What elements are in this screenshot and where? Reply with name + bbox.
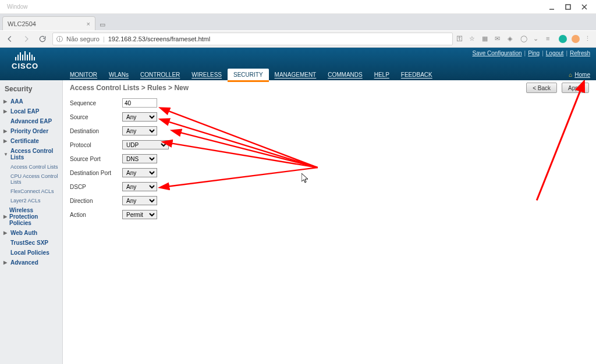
grid-icon[interactable]: ▦: [482, 35, 490, 43]
mail-icon[interactable]: ✉: [495, 35, 503, 43]
nav-reload-button[interactable]: [36, 33, 49, 45]
sidebar-item-label: Local EAP: [10, 108, 39, 115]
home-link[interactable]: ⌂ Home: [569, 72, 590, 78]
sidebar-item[interactable]: TrustSec SXP: [2, 238, 60, 248]
logout-link[interactable]: Logout: [546, 50, 564, 56]
destination-select[interactable]: Any: [122, 126, 157, 135]
nav-item-commands[interactable]: COMMANDS: [322, 69, 368, 80]
sidebar-item[interactable]: ▶AAA: [2, 97, 60, 106]
tag-icon[interactable]: ◈: [508, 35, 516, 43]
key-icon[interactable]: ⚿: [456, 35, 464, 43]
tab-title: WLC2504: [8, 20, 36, 27]
url-text: 192.168.2.53/screens/frameset.html: [108, 35, 210, 42]
destination-port-label: Destination Port: [70, 170, 122, 176]
kebab-menu-icon[interactable]: ⋮: [584, 35, 593, 43]
nav-item-security[interactable]: SECURITY: [228, 69, 269, 80]
ping-link[interactable]: Ping: [528, 50, 540, 56]
pocket-icon[interactable]: ⌄: [533, 35, 541, 43]
direction-label: Direction: [70, 198, 122, 204]
info-icon: ⓘ: [56, 35, 63, 44]
sidebar: Security ▶AAA▶Local EAPAdvanced EAP▶Prio…: [0, 80, 63, 364]
sidebar-title: Security: [2, 84, 60, 97]
window-close-button[interactable]: [576, 2, 593, 12]
menu2-icon[interactable]: ≡: [546, 35, 554, 43]
sidebar-item-label: Advanced EAP: [10, 118, 52, 124]
nav-item-help[interactable]: HELP: [368, 69, 395, 80]
nav-back-button[interactable]: [3, 33, 16, 45]
window-minimize-button[interactable]: [544, 2, 560, 12]
browser-toolbar: ⓘ Não seguro | 192.168.2.53/screens/fram…: [0, 30, 596, 48]
nav-item-management[interactable]: MANAGEMENT: [269, 69, 322, 80]
action-label: Action: [70, 212, 122, 218]
new-tab-button[interactable]: ▭: [95, 19, 109, 30]
dscp-label: DSCP: [70, 184, 122, 190]
sidebar-subitem[interactable]: CPU Access Control Lists: [2, 172, 60, 187]
sidebar-item[interactable]: ▶Web Auth: [2, 228, 60, 238]
nav-item-feedback[interactable]: FEEDBACK: [395, 69, 438, 80]
address-bar[interactable]: ⓘ Não seguro | 192.168.2.53/screens/fram…: [52, 33, 453, 45]
save-config-link[interactable]: Save Configuration: [472, 50, 522, 56]
svg-rect-1: [566, 5, 570, 9]
action-select[interactable]: Permit: [122, 210, 157, 219]
sidebar-item[interactable]: ▶Wireless Protection Policies: [2, 205, 60, 228]
sidebar-item[interactable]: ▶Advanced: [2, 258, 60, 267]
nav-item-monitor[interactable]: MONITOR: [64, 69, 103, 80]
tab-close-icon[interactable]: ×: [87, 20, 90, 27]
sequence-input[interactable]: [122, 98, 157, 108]
direction-select[interactable]: Any: [122, 196, 157, 205]
caret-right-icon: ▶: [3, 214, 7, 219]
caret-right-icon: ▶: [3, 230, 8, 235]
content-pane: Access Control Lists > Rules > New < Bac…: [63, 80, 596, 364]
security-status: Não seguro: [66, 35, 100, 42]
caret-down-icon: ▼: [3, 152, 8, 157]
sidebar-subitem[interactable]: Layer2 ACLs: [2, 196, 60, 205]
sidebar-item[interactable]: Local Policies: [2, 248, 60, 258]
sidebar-item-label: Access Control Lists: [10, 148, 59, 160]
destination-port-select[interactable]: Any: [122, 168, 157, 177]
sidebar-item-label: Wireless Protection Policies: [9, 207, 59, 226]
nav-item-controller[interactable]: CONTROLLER: [134, 69, 186, 80]
sidebar-subitem[interactable]: Access Control Lists: [2, 162, 60, 172]
nav-item-wlans[interactable]: WLANs: [103, 69, 134, 80]
nav-forward-button[interactable]: [20, 33, 33, 45]
window-titlebar: Window: [0, 0, 596, 14]
nav-item-wireless[interactable]: WIRELESS: [186, 69, 228, 80]
sidebar-item-label: Advanced: [10, 259, 38, 266]
sidebar-item[interactable]: ▶Certificate: [2, 136, 60, 146]
window-maximize-button[interactable]: [560, 2, 576, 12]
caret-right-icon: ▶: [3, 129, 8, 134]
breadcrumb: Access Control Lists > Rules > New: [70, 84, 589, 92]
browser-tab-strip: WLC2504 × ▭: [0, 14, 596, 30]
extension-avatar[interactable]: [572, 35, 580, 43]
sidebar-item[interactable]: Advanced EAP: [2, 116, 60, 126]
sidebar-item-label: AAA: [10, 98, 23, 105]
source-port-select[interactable]: DNS: [122, 154, 157, 163]
app-header: CISCO Save Configuration| Ping| Logout| …: [0, 48, 596, 80]
protocol-label: Protocol: [70, 142, 122, 148]
protocol-select[interactable]: UDP: [122, 140, 169, 149]
sidebar-subitem[interactable]: FlexConnect ACLs: [2, 187, 60, 196]
sidebar-item-label: TrustSec SXP: [10, 240, 48, 246]
browser-tab[interactable]: WLC2504 ×: [2, 16, 95, 30]
apply-button[interactable]: Apply: [562, 83, 589, 93]
sidebar-item[interactable]: ▼Access Control Lists: [2, 146, 60, 162]
sidebar-item[interactable]: ▶Priority Order: [2, 126, 60, 136]
header-utility-links: Save Configuration| Ping| Logout| Refres…: [472, 50, 590, 56]
sidebar-item-label: Certificate: [10, 138, 39, 144]
sequence-label: Sequence: [70, 100, 122, 106]
toolbar-right-icons: ⚿ ☆ ▦ ✉ ◈ ◯ ⌄ ≡ ⋮: [456, 35, 593, 43]
dscp-select[interactable]: Any: [122, 182, 157, 191]
destination-label: Destination: [70, 128, 122, 134]
caret-right-icon: ▶: [3, 260, 8, 265]
sidebar-item-label: Web Auth: [10, 230, 37, 236]
star-icon[interactable]: ☆: [469, 35, 477, 43]
source-label: Source: [70, 114, 122, 120]
back-button[interactable]: < Back: [526, 83, 557, 93]
main-nav: MONITORWLANsCONTROLLERWIRELESSSECURITYMA…: [64, 69, 438, 80]
source-select[interactable]: Any: [122, 112, 157, 122]
refresh-link[interactable]: Refresh: [570, 50, 590, 56]
circle-icon[interactable]: ◯: [520, 35, 528, 43]
cisco-logo: CISCO: [12, 51, 38, 70]
sidebar-item[interactable]: ▶Local EAP: [2, 106, 60, 116]
profile-avatar[interactable]: [559, 35, 567, 43]
